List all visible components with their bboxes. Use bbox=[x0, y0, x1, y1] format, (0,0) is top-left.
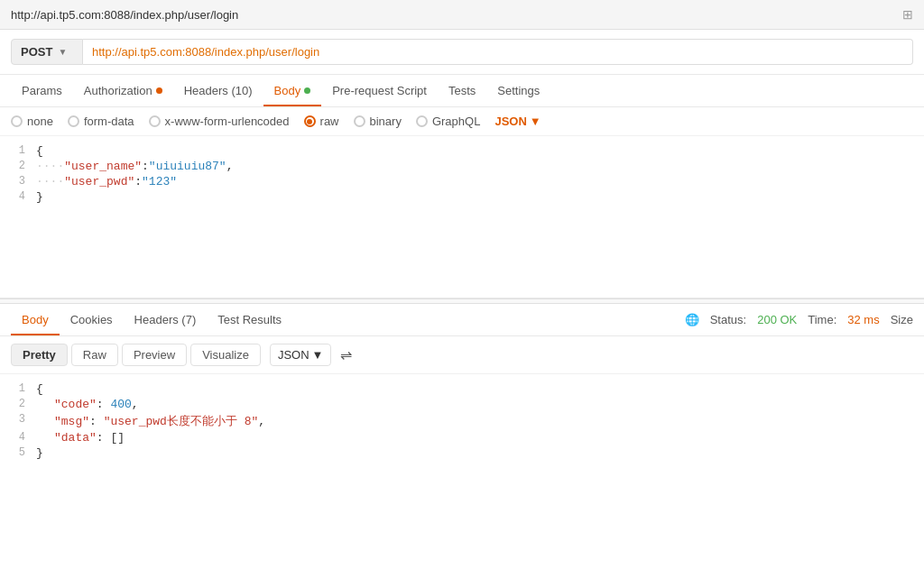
tab-tests-label: Tests bbox=[448, 84, 476, 97]
response-format-bar: Pretty Raw Preview Visualize JSON ▼ ⇌ bbox=[0, 336, 924, 374]
tab-headers-label: Headers (10) bbox=[184, 84, 253, 97]
method-arrow-icon: ▼ bbox=[58, 47, 67, 57]
resp-line-3: 3 "msg": "user_pwd长度不能小于 8", bbox=[0, 412, 924, 430]
option-urlencoded-label: x-www-form-urlencoded bbox=[165, 115, 290, 128]
resp-code-2: "code": 400, bbox=[36, 398, 924, 411]
status-label: Status: bbox=[710, 313, 746, 326]
req-linenum-4: 4 bbox=[0, 190, 36, 203]
resp-tab-test-results-label: Test Results bbox=[217, 313, 282, 326]
option-none-label: none bbox=[27, 115, 53, 128]
option-graphql[interactable]: GraphQL bbox=[416, 115, 480, 128]
resp-tab-headers-label: Headers (7) bbox=[134, 313, 197, 326]
resp-tab-headers[interactable]: Headers (7) bbox=[124, 304, 208, 335]
status-value: 200 OK bbox=[757, 313, 797, 326]
response-tabs-row: Body Cookies Headers (7) Test Results 🌐 … bbox=[0, 304, 924, 336]
json-arrow-icon: ▼ bbox=[530, 115, 541, 128]
resp-code-1: { bbox=[36, 382, 924, 396]
option-graphql-label: GraphQL bbox=[432, 115, 480, 128]
req-code-3: ····"user_pwd":"123" bbox=[36, 175, 924, 188]
body-dot bbox=[304, 87, 310, 94]
window-icon: ⊞ bbox=[902, 7, 913, 22]
fmt-raw-button[interactable]: Raw bbox=[71, 344, 118, 366]
radio-graphql[interactable] bbox=[416, 115, 428, 127]
resp-line-2: 2 "code": 400, bbox=[0, 397, 924, 412]
resp-code-5: } bbox=[36, 446, 924, 460]
option-binary-label: binary bbox=[370, 115, 402, 128]
radio-binary[interactable] bbox=[354, 115, 365, 127]
request-code-editor[interactable]: 1 { 2 ····"user_name":"uiuiuiu87", 3 ···… bbox=[0, 136, 924, 298]
req-linenum-3: 3 bbox=[0, 175, 36, 188]
response-json-label: JSON bbox=[278, 348, 310, 362]
tab-settings[interactable]: Settings bbox=[486, 75, 550, 106]
tab-pre-request-label: Pre-request Script bbox=[332, 84, 427, 97]
req-linenum-2: 2 bbox=[0, 160, 36, 172]
response-meta: 🌐 Status: 200 OK Time: 32 ms Size bbox=[685, 306, 913, 334]
tab-params[interactable]: Params bbox=[11, 75, 73, 106]
title-bar: http://api.tp5.com:8088/index.php/user/l… bbox=[0, 0, 924, 30]
radio-raw[interactable] bbox=[304, 115, 316, 127]
resp-linenum-2: 2 bbox=[0, 398, 36, 410]
resp-line-4: 4 "data": [] bbox=[0, 430, 924, 445]
resp-tab-body[interactable]: Body bbox=[11, 304, 60, 335]
tab-pre-request[interactable]: Pre-request Script bbox=[321, 75, 438, 106]
option-form-data[interactable]: form-data bbox=[68, 115, 134, 128]
req-line-4: 4 } bbox=[0, 189, 924, 205]
authorization-dot bbox=[156, 87, 162, 94]
resp-code-3: "msg": "user_pwd长度不能小于 8", bbox=[36, 413, 924, 429]
fmt-pretty-button[interactable]: Pretty bbox=[11, 344, 68, 366]
time-value: 32 ms bbox=[847, 313, 879, 326]
tab-tests[interactable]: Tests bbox=[438, 75, 486, 106]
option-none[interactable]: none bbox=[11, 115, 53, 128]
fmt-preview-button[interactable]: Preview bbox=[122, 344, 187, 366]
request-bar: POST ▼ bbox=[0, 30, 924, 75]
radio-none[interactable] bbox=[11, 115, 23, 127]
option-binary[interactable]: binary bbox=[354, 115, 402, 128]
req-line-3: 3 ····"user_pwd":"123" bbox=[0, 174, 924, 189]
tab-headers[interactable]: Headers (10) bbox=[173, 75, 263, 106]
tab-authorization-label: Authorization bbox=[84, 84, 152, 97]
radio-form-data[interactable] bbox=[68, 115, 79, 127]
option-raw-label: raw bbox=[320, 115, 339, 128]
response-code-editor[interactable]: 1 { 2 "code": 400, 3 "msg": "user_pwd长度不… bbox=[0, 374, 924, 468]
resp-line-5: 5 } bbox=[0, 445, 924, 461]
option-urlencoded[interactable]: x-www-form-urlencoded bbox=[149, 115, 290, 128]
tab-settings-label: Settings bbox=[497, 84, 540, 97]
req-code-1: { bbox=[36, 144, 924, 158]
resp-tab-test-results[interactable]: Test Results bbox=[207, 304, 292, 335]
wrap-icon[interactable]: ⇌ bbox=[340, 346, 352, 363]
option-raw[interactable]: raw bbox=[304, 115, 339, 128]
resp-tab-cookies-label: Cookies bbox=[70, 313, 113, 326]
url-input[interactable] bbox=[83, 39, 913, 65]
resp-linenum-4: 4 bbox=[0, 431, 36, 444]
response-json-selector[interactable]: JSON ▼ bbox=[270, 344, 332, 366]
tab-authorization[interactable]: Authorization bbox=[73, 75, 173, 106]
resp-linenum-5: 5 bbox=[0, 446, 36, 459]
time-label: Time: bbox=[808, 313, 836, 326]
method-label: POST bbox=[21, 45, 52, 59]
json-format-selector[interactable]: JSON ▼ bbox=[494, 115, 541, 128]
resp-code-4: "data": [] bbox=[36, 431, 924, 445]
globe-icon: 🌐 bbox=[685, 313, 699, 326]
fmt-visualize-button[interactable]: Visualize bbox=[190, 344, 261, 366]
resp-tab-body-label: Body bbox=[22, 313, 49, 326]
resp-linenum-3: 3 bbox=[0, 413, 36, 426]
request-tabs-row: Params Authorization Headers (10) Body P… bbox=[0, 75, 924, 107]
json-badge-label: JSON bbox=[494, 115, 526, 128]
tab-body-label: Body bbox=[274, 84, 301, 97]
req-line-1: 1 { bbox=[0, 143, 924, 159]
body-options-row: none form-data x-www-form-urlencoded raw… bbox=[0, 107, 924, 136]
resp-line-1: 1 { bbox=[0, 381, 924, 397]
radio-urlencoded[interactable] bbox=[149, 115, 161, 127]
response-json-arrow-icon: ▼ bbox=[312, 348, 324, 362]
req-code-4: } bbox=[36, 190, 924, 204]
resp-tab-cookies[interactable]: Cookies bbox=[60, 304, 124, 335]
req-code-2: ····"user_name":"uiuiuiu87", bbox=[36, 160, 924, 173]
req-linenum-1: 1 bbox=[0, 144, 36, 157]
method-select[interactable]: POST ▼ bbox=[11, 39, 83, 65]
size-label: Size bbox=[891, 313, 913, 326]
resp-linenum-1: 1 bbox=[0, 382, 36, 395]
req-line-2: 2 ····"user_name":"uiuiuiu87", bbox=[0, 159, 924, 174]
tab-params-label: Params bbox=[22, 84, 62, 97]
title-bar-url: http://api.tp5.com:8088/index.php/user/l… bbox=[11, 8, 238, 22]
tab-body[interactable]: Body bbox=[263, 75, 322, 106]
